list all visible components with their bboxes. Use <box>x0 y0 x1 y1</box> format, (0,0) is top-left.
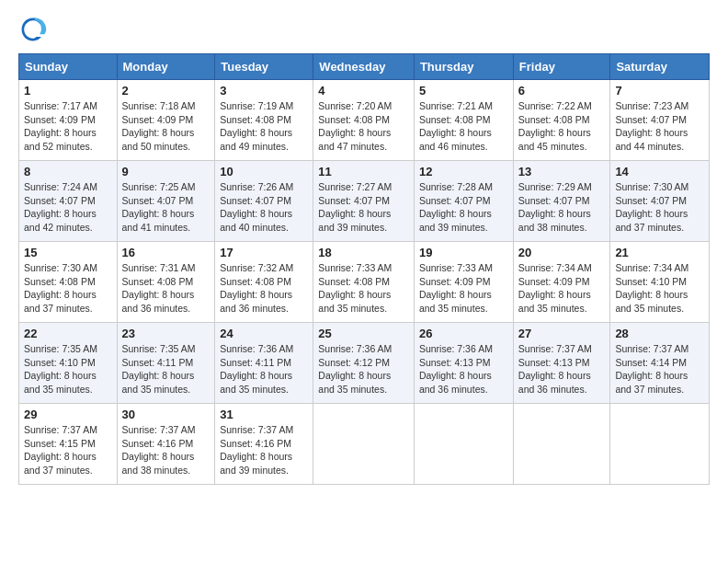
calendar-cell: 11 Sunrise: 7:27 AMSunset: 4:07 PMDaylig… <box>313 161 415 242</box>
day-number: 25 <box>318 327 409 340</box>
day-number: 9 <box>122 165 210 178</box>
calendar-cell <box>414 404 513 485</box>
day-detail: Sunrise: 7:29 AMSunset: 4:07 PMDaylight:… <box>518 181 592 233</box>
calendar-cell: 17 Sunrise: 7:32 AMSunset: 4:08 PMDaylig… <box>215 242 313 323</box>
day-number: 16 <box>122 246 210 259</box>
calendar-cell: 6 Sunrise: 7:22 AMSunset: 4:08 PMDayligh… <box>513 80 610 161</box>
calendar-week-row: 15 Sunrise: 7:30 AMSunset: 4:08 PMDaylig… <box>19 242 710 323</box>
day-number: 8 <box>24 165 112 178</box>
calendar-week-row: 1 Sunrise: 7:17 AMSunset: 4:09 PMDayligh… <box>19 80 710 161</box>
weekday-header-friday: Friday <box>513 54 610 80</box>
day-number: 20 <box>518 246 606 259</box>
page-header <box>18 15 710 44</box>
day-detail: Sunrise: 7:35 AMSunset: 4:11 PMDaylight:… <box>122 343 196 395</box>
day-number: 18 <box>318 246 409 259</box>
day-detail: Sunrise: 7:28 AMSunset: 4:07 PMDaylight:… <box>419 181 493 233</box>
day-detail: Sunrise: 7:37 AMSunset: 4:16 PMDaylight:… <box>220 424 293 476</box>
calendar-cell: 30 Sunrise: 7:37 AMSunset: 4:16 PMDaylig… <box>117 404 215 485</box>
weekday-header-sunday: Sunday <box>19 54 118 80</box>
day-number: 27 <box>518 327 606 340</box>
calendar-cell: 2 Sunrise: 7:18 AMSunset: 4:09 PMDayligh… <box>117 80 215 161</box>
calendar-cell: 15 Sunrise: 7:30 AMSunset: 4:08 PMDaylig… <box>19 242 118 323</box>
calendar-cell: 1 Sunrise: 7:17 AMSunset: 4:09 PMDayligh… <box>19 80 118 161</box>
calendar-cell: 9 Sunrise: 7:25 AMSunset: 4:07 PMDayligh… <box>117 161 215 242</box>
day-detail: Sunrise: 7:37 AMSunset: 4:14 PMDaylight:… <box>615 343 688 395</box>
day-number: 2 <box>122 84 210 98</box>
calendar-header-row: SundayMondayTuesdayWednesdayThursdayFrid… <box>19 54 710 80</box>
day-number: 7 <box>615 84 704 98</box>
day-detail: Sunrise: 7:34 AMSunset: 4:10 PMDaylight:… <box>615 262 688 314</box>
day-number: 12 <box>419 165 508 178</box>
weekday-header-thursday: Thursday <box>414 54 513 80</box>
calendar-cell: 16 Sunrise: 7:31 AMSunset: 4:08 PMDaylig… <box>117 242 215 323</box>
day-number: 22 <box>24 327 112 340</box>
calendar-cell: 7 Sunrise: 7:23 AMSunset: 4:07 PMDayligh… <box>610 80 710 161</box>
day-number: 6 <box>518 84 606 98</box>
day-number: 23 <box>122 327 210 340</box>
day-number: 21 <box>615 246 704 259</box>
calendar-cell: 21 Sunrise: 7:34 AMSunset: 4:10 PMDaylig… <box>610 242 710 323</box>
calendar-cell <box>610 404 710 485</box>
calendar-week-row: 8 Sunrise: 7:24 AMSunset: 4:07 PMDayligh… <box>19 161 710 242</box>
day-detail: Sunrise: 7:36 AMSunset: 4:11 PMDaylight:… <box>220 343 293 395</box>
day-detail: Sunrise: 7:36 AMSunset: 4:13 PMDaylight:… <box>419 343 493 395</box>
day-detail: Sunrise: 7:23 AMSunset: 4:07 PMDaylight:… <box>615 100 688 152</box>
day-number: 28 <box>615 327 704 340</box>
calendar-cell: 5 Sunrise: 7:21 AMSunset: 4:08 PMDayligh… <box>414 80 513 161</box>
day-detail: Sunrise: 7:33 AMSunset: 4:08 PMDaylight:… <box>318 262 392 314</box>
calendar-cell: 14 Sunrise: 7:30 AMSunset: 4:07 PMDaylig… <box>610 161 710 242</box>
day-number: 5 <box>419 84 508 98</box>
calendar-cell: 23 Sunrise: 7:35 AMSunset: 4:11 PMDaylig… <box>117 323 215 404</box>
calendar-cell: 8 Sunrise: 7:24 AMSunset: 4:07 PMDayligh… <box>19 161 118 242</box>
weekday-header-monday: Monday <box>117 54 215 80</box>
day-detail: Sunrise: 7:37 AMSunset: 4:16 PMDaylight:… <box>122 424 196 476</box>
day-number: 4 <box>318 84 409 98</box>
day-number: 10 <box>220 165 308 178</box>
day-detail: Sunrise: 7:33 AMSunset: 4:09 PMDaylight:… <box>419 262 493 314</box>
day-detail: Sunrise: 7:25 AMSunset: 4:07 PMDaylight:… <box>122 181 196 233</box>
day-detail: Sunrise: 7:32 AMSunset: 4:08 PMDaylight:… <box>220 262 293 314</box>
day-detail: Sunrise: 7:30 AMSunset: 4:08 PMDaylight:… <box>24 262 97 314</box>
day-detail: Sunrise: 7:24 AMSunset: 4:07 PMDaylight:… <box>24 181 97 233</box>
calendar-cell: 13 Sunrise: 7:29 AMSunset: 4:07 PMDaylig… <box>513 161 610 242</box>
day-detail: Sunrise: 7:36 AMSunset: 4:12 PMDaylight:… <box>318 343 392 395</box>
day-number: 31 <box>220 408 308 421</box>
day-detail: Sunrise: 7:30 AMSunset: 4:07 PMDaylight:… <box>615 181 688 233</box>
calendar-week-row: 29 Sunrise: 7:37 AMSunset: 4:15 PMDaylig… <box>19 404 710 485</box>
calendar-cell: 3 Sunrise: 7:19 AMSunset: 4:08 PMDayligh… <box>215 80 313 161</box>
calendar-cell: 26 Sunrise: 7:36 AMSunset: 4:13 PMDaylig… <box>414 323 513 404</box>
calendar-cell: 24 Sunrise: 7:36 AMSunset: 4:11 PMDaylig… <box>215 323 313 404</box>
day-detail: Sunrise: 7:37 AMSunset: 4:15 PMDaylight:… <box>24 424 97 476</box>
day-detail: Sunrise: 7:27 AMSunset: 4:07 PMDaylight:… <box>318 181 392 233</box>
day-number: 24 <box>220 327 308 340</box>
day-number: 15 <box>24 246 112 259</box>
calendar-table: SundayMondayTuesdayWednesdayThursdayFrid… <box>18 53 710 485</box>
weekday-header-wednesday: Wednesday <box>313 54 415 80</box>
calendar-cell <box>513 404 610 485</box>
calendar-cell: 22 Sunrise: 7:35 AMSunset: 4:10 PMDaylig… <box>19 323 118 404</box>
day-detail: Sunrise: 7:35 AMSunset: 4:10 PMDaylight:… <box>24 343 97 395</box>
day-detail: Sunrise: 7:22 AMSunset: 4:08 PMDaylight:… <box>518 100 592 152</box>
day-number: 11 <box>318 165 409 178</box>
day-number: 14 <box>615 165 704 178</box>
calendar-cell: 18 Sunrise: 7:33 AMSunset: 4:08 PMDaylig… <box>313 242 415 323</box>
day-detail: Sunrise: 7:18 AMSunset: 4:09 PMDaylight:… <box>122 100 196 152</box>
calendar-cell: 19 Sunrise: 7:33 AMSunset: 4:09 PMDaylig… <box>414 242 513 323</box>
logo <box>18 15 51 44</box>
day-number: 13 <box>518 165 606 178</box>
calendar-cell: 25 Sunrise: 7:36 AMSunset: 4:12 PMDaylig… <box>313 323 415 404</box>
calendar-cell: 10 Sunrise: 7:26 AMSunset: 4:07 PMDaylig… <box>215 161 313 242</box>
calendar-cell: 28 Sunrise: 7:37 AMSunset: 4:14 PMDaylig… <box>610 323 710 404</box>
day-detail: Sunrise: 7:21 AMSunset: 4:08 PMDaylight:… <box>419 100 493 152</box>
calendar-page: SundayMondayTuesdayWednesdayThursdayFrid… <box>0 0 728 563</box>
day-detail: Sunrise: 7:19 AMSunset: 4:08 PMDaylight:… <box>220 100 293 152</box>
day-number: 17 <box>220 246 308 259</box>
calendar-cell: 12 Sunrise: 7:28 AMSunset: 4:07 PMDaylig… <box>414 161 513 242</box>
day-detail: Sunrise: 7:37 AMSunset: 4:13 PMDaylight:… <box>518 343 592 395</box>
day-number: 26 <box>419 327 508 340</box>
calendar-week-row: 22 Sunrise: 7:35 AMSunset: 4:10 PMDaylig… <box>19 323 710 404</box>
day-number: 29 <box>24 408 112 421</box>
day-number: 3 <box>220 84 308 98</box>
day-detail: Sunrise: 7:34 AMSunset: 4:09 PMDaylight:… <box>518 262 592 314</box>
calendar-cell: 4 Sunrise: 7:20 AMSunset: 4:08 PMDayligh… <box>313 80 415 161</box>
